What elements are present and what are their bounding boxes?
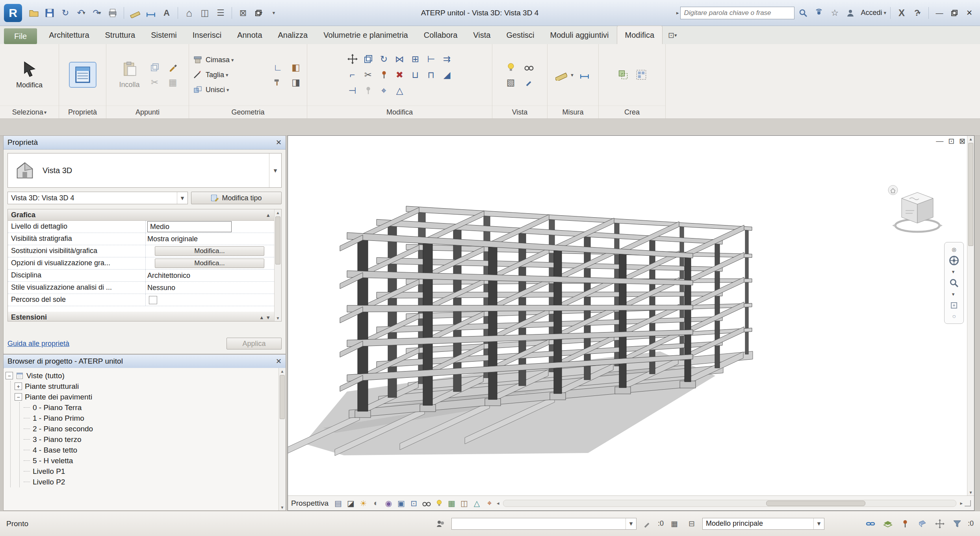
offset-icon[interactable]: ⇉	[440, 52, 454, 66]
paste-options-icon[interactable]: ▦	[166, 75, 180, 89]
scale-icon[interactable]: ◢	[440, 68, 454, 82]
steering-wheel-icon[interactable]	[945, 255, 963, 266]
search-history-icon[interactable]: ▸	[676, 10, 679, 16]
3d-model-canvas[interactable]	[288, 136, 967, 495]
tab-sistemi[interactable]: Sistemi	[143, 26, 185, 44]
type-selector[interactable]: Vista 3D ▾	[7, 153, 282, 188]
group-grafica[interactable]: Grafica ▴	[8, 209, 281, 221]
analytical-model-icon[interactable]: △	[471, 498, 482, 508]
scroll-up-icon[interactable]: ▲	[275, 209, 281, 216]
measure-tool-icon[interactable]	[554, 68, 568, 82]
apply-button[interactable]: Applica	[226, 338, 282, 349]
pin-icon[interactable]	[377, 68, 391, 82]
worksets-dialog-icon[interactable]: ▦	[668, 518, 681, 530]
drag-on-selection-icon[interactable]	[933, 518, 947, 530]
navbar-options-icon[interactable]: ○	[945, 311, 963, 322]
property-row[interactable]: Opzioni di visualizzazione gra... Modifi…	[8, 257, 281, 270]
glasses-icon[interactable]	[522, 60, 536, 74]
tree-item-viste[interactable]: − Viste (tutto)	[6, 370, 277, 381]
design-options-icon[interactable]: ⊟	[685, 518, 698, 530]
tab-gestisci[interactable]: Gestisci	[498, 26, 542, 44]
tab-volumetrie[interactable]: Volumetrie e planimetria	[316, 26, 416, 44]
crop-visibility-icon[interactable]: ⊡	[408, 498, 419, 508]
lightbulb-icon[interactable]	[504, 60, 518, 74]
viewport-horizontal-scrollbar[interactable]	[503, 500, 957, 507]
reveal-constraints-icon[interactable]: ⌖	[484, 498, 495, 508]
display-options-button[interactable]: Modifica...	[155, 259, 264, 268]
filter-icon[interactable]	[950, 518, 964, 530]
property-row[interactable]: Stile visualizzazione analisi di ... Nes…	[8, 282, 281, 294]
scroll-down-icon[interactable]: ▼	[279, 504, 286, 510]
customize-qat-icon[interactable]: ▾	[267, 6, 282, 20]
properties-palette-button[interactable]	[70, 63, 96, 87]
mirror-axis-icon[interactable]: ⋈	[393, 52, 407, 66]
default-3d-view-icon[interactable]: ⌂	[182, 6, 196, 20]
undo-icon[interactable]: ↶▾	[74, 6, 88, 20]
tab-vista[interactable]: Vista	[465, 26, 498, 44]
scroll-thumb[interactable]	[968, 143, 973, 246]
scroll-down-icon[interactable]: ▼	[275, 315, 281, 321]
open-icon[interactable]	[27, 6, 41, 20]
section-icon[interactable]: ◫	[198, 6, 212, 20]
tree-item-piano-primo[interactable]: 1 - Piano Primo	[24, 413, 277, 423]
browser-scrollbar[interactable]: ▲ ▼	[278, 368, 286, 510]
worksharing-display-icon[interactable]: ▦	[446, 498, 457, 508]
select-underlay-icon[interactable]	[881, 518, 895, 530]
zoom-icon[interactable]	[945, 277, 963, 288]
align-icon[interactable]: ⊢	[424, 52, 438, 66]
collapse-box-icon[interactable]: −	[15, 393, 22, 401]
sun-path-icon[interactable]: ☀	[358, 498, 369, 508]
redo-icon[interactable]: ↷▾	[90, 6, 104, 20]
scroll-thumb[interactable]	[275, 216, 280, 264]
viewcube[interactable]	[885, 177, 948, 244]
create-similar-icon[interactable]	[616, 68, 630, 82]
sign-in-icon[interactable]	[843, 6, 858, 20]
copy-icon[interactable]	[361, 52, 375, 66]
mirror-pick-icon[interactable]: ⊣	[345, 83, 360, 98]
visual-style-icon[interactable]: ◪	[345, 498, 356, 508]
tab-file[interactable]: File	[4, 28, 37, 44]
tab-struttura[interactable]: Struttura	[97, 26, 143, 44]
constraints-icon[interactable]: ⌖	[377, 83, 391, 98]
property-row[interactable]: Visibilità stratigrafia Mostra originale	[8, 233, 281, 245]
modify-tool-button[interactable]: Modifica	[12, 57, 46, 92]
collapse-box-icon[interactable]: −	[6, 372, 13, 379]
zoom-caret-icon[interactable]: ▾	[945, 288, 963, 299]
dimension-tool-icon[interactable]	[577, 68, 592, 82]
properties-header[interactable]: Proprietà ✕	[4, 136, 286, 150]
match-type-icon[interactable]	[166, 60, 180, 74]
favorites-icon[interactable]: ☆	[828, 6, 842, 20]
ribbon-display-toggle[interactable]: ⊡ ▾	[668, 26, 677, 44]
worksets-combo[interactable]: ▾	[451, 518, 637, 530]
communication-center-icon[interactable]	[812, 6, 826, 20]
minimize-button[interactable]: —	[933, 7, 946, 19]
navbar-close-icon[interactable]: ⊗	[945, 244, 963, 255]
scroll-up-icon[interactable]: ▲	[967, 136, 974, 142]
help-icon[interactable]: ?▾	[910, 6, 924, 20]
scroll-down-icon[interactable]: ▼	[967, 489, 974, 495]
drawing-area[interactable]: ⊗ ▾ ▾ ○ — ⊡ ⊠ ▲ ▼ Prospettiva ▤	[288, 135, 974, 511]
tree-item-piano-terzo[interactable]: 3 - Piano terzo	[24, 434, 277, 445]
scroll-up-icon[interactable]: ▲	[279, 368, 286, 374]
cut-icon[interactable]: ✂	[148, 75, 162, 89]
editable-only-icon[interactable]	[640, 518, 654, 530]
switch-windows-icon[interactable]: ▾	[252, 6, 266, 20]
temporary-view-properties-icon[interactable]: ◫	[459, 498, 470, 508]
cimasa-button[interactable]: Cimasa▾	[193, 53, 267, 67]
tree-item-base-tetto[interactable]: 4 - Base tetto	[24, 445, 277, 455]
scroll-left-icon[interactable]: ◂	[497, 500, 499, 506]
tab-collabora[interactable]: Collabora	[416, 26, 466, 44]
viewport-vertical-scrollbar[interactable]: ▲ ▼	[967, 136, 974, 495]
tree-item-livello-p2[interactable]: Livello P2	[24, 477, 277, 487]
paste-button[interactable]: Incolla	[115, 58, 143, 92]
tree-item-piante-pavimenti[interactable]: − Piante dei pavimenti	[15, 392, 277, 402]
text-icon[interactable]: A	[160, 6, 174, 20]
restore-view-icon[interactable]: ⊡	[948, 137, 954, 146]
detail-level-value[interactable]: Medio	[147, 221, 232, 232]
pan-icon[interactable]	[945, 299, 963, 311]
revit-logo[interactable]: R	[4, 4, 22, 22]
rendering-icon[interactable]: ◉	[383, 498, 394, 508]
demolish-icon[interactable]	[271, 75, 285, 89]
delete-icon[interactable]: ✖	[393, 68, 407, 82]
search-icon[interactable]	[796, 6, 810, 20]
